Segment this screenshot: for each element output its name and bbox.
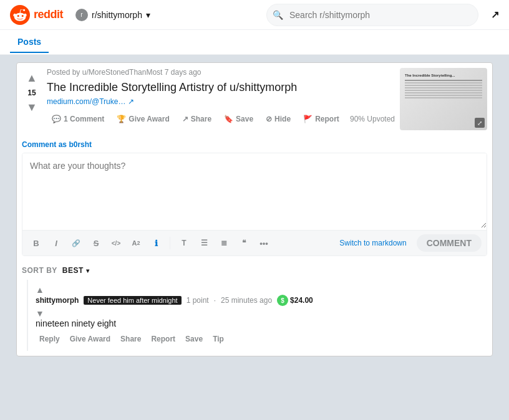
comment-as-label: Comment as b0rsht (22, 140, 487, 149)
tab-posts[interactable]: Posts (10, 32, 49, 53)
comment-author: shittymorph (36, 296, 79, 305)
more-button[interactable]: ••• (255, 234, 273, 252)
post-link[interactable]: medium.com/@Truke… ↗ (47, 97, 395, 106)
code-button[interactable]: </> (107, 234, 125, 252)
give-award-button[interactable]: 🏆 Give Award (112, 111, 174, 127)
upvote-pct: 90% Upvoted (350, 115, 395, 123)
comment-section: Comment as b0rsht B I 🔗 S </> A2 ℹ T ☰ ≣… (22, 140, 487, 256)
comment-downvote-row: ▼ (36, 308, 487, 318)
comment-time: 25 minutes ago (221, 296, 272, 305)
superscript-button[interactable]: A2 (127, 234, 145, 252)
comment-username: b0rsht (69, 140, 92, 149)
subreddit-icon: r (75, 9, 88, 21)
toolbar-separator (170, 237, 170, 249)
post-inner: ▲ 15 ▼ Posted by u/MoreStonedThanMost 7 … (22, 68, 487, 130)
save-button[interactable]: 🔖 Save (219, 111, 258, 127)
comment-actions: Reply Give Award Share Report Save Tip (36, 332, 487, 346)
comment-toolbar: B I 🔗 S </> A2 ℹ T ☰ ≣ ❝ ••• Switch to m… (22, 230, 487, 255)
comment-textarea[interactable] (22, 153, 487, 228)
blockquote-button[interactable]: ❝ (235, 234, 253, 252)
report-icon: 🚩 (303, 115, 313, 123)
comment-give-award-button[interactable]: Give Award (66, 332, 114, 346)
sort-select[interactable]: BEST ▾ (62, 266, 90, 275)
comment-flair: Never feed him after midnight (84, 296, 181, 305)
chevron-down-icon: ▾ (146, 10, 150, 20)
post-link-text: medium.com/@Truke… (47, 97, 125, 106)
thumbnail-preview: The Incredible Storytelling... (400, 68, 487, 130)
external-link-icon: ↗ (128, 97, 134, 106)
report-label: Report (315, 115, 339, 123)
dot-separator: · (214, 296, 216, 305)
vote-column: ▲ 15 ▼ (22, 68, 42, 130)
heading-button[interactable]: T (175, 234, 193, 252)
post-body: Posted by u/MoreStonedThanMost 7 days ag… (47, 68, 395, 130)
comment-body: nineteen ninety eight (36, 318, 487, 328)
subreddit-name: r/shittymorph (92, 10, 142, 20)
comment-points: 1 point (187, 296, 209, 305)
link-button[interactable]: 🔗 (67, 234, 85, 252)
comment-share-button[interactable]: Share (117, 332, 145, 346)
post-meta: Posted by u/MoreStonedThanMost 7 days ag… (47, 68, 395, 77)
reddit-logo-link[interactable]: reddit (10, 5, 63, 25)
strikethrough-button[interactable]: S (87, 234, 105, 252)
award-amount: $24.00 (290, 296, 313, 305)
ordered-list-button[interactable]: ≣ (215, 234, 233, 252)
save-label: Save (236, 115, 253, 123)
award-coin-icon: $ (277, 295, 288, 306)
hide-button[interactable]: ⊘ Hide (261, 111, 296, 127)
sort-label: SORT BY (22, 266, 57, 275)
sort-chevron-icon: ▾ (86, 267, 90, 274)
comment-list: ▲ shittymorph Never feed him after midni… (22, 280, 487, 351)
comment-icon: 💬 (52, 115, 61, 123)
bold-button[interactable]: B (27, 234, 45, 252)
post-title: The Incredible Storytelling Artistry of … (47, 80, 395, 95)
unordered-list-button[interactable]: ☰ (195, 234, 213, 252)
post-card: ▲ 15 ▼ Posted by u/MoreStonedThanMost 7 … (16, 62, 493, 356)
upvote-button[interactable]: ▲ (25, 70, 39, 86)
comment-downvote-button[interactable]: ▼ (36, 308, 44, 318)
vote-count: 15 (27, 88, 36, 97)
reddit-icon (10, 5, 30, 25)
comment-report-button[interactable]: Report (147, 332, 179, 346)
comment-submit-button[interactable]: COMMENT (417, 234, 482, 252)
comment-vote-row: ▲ (36, 285, 487, 295)
comment-box: B I 🔗 S </> A2 ℹ T ☰ ≣ ❝ ••• Switch to m… (22, 153, 487, 256)
subreddit-selector[interactable]: r r/shittymorph ▾ (70, 6, 155, 24)
search-icon: 🔍 (273, 10, 283, 20)
thumbnail-expand-icon[interactable]: ⤢ (475, 118, 485, 128)
reddit-wordmark: reddit (34, 8, 63, 21)
hide-label: Hide (274, 115, 291, 123)
trending-icon[interactable]: ↗ (491, 9, 499, 21)
comment-label: 1 Comment (64, 115, 104, 123)
info-button[interactable]: ℹ (147, 234, 165, 252)
search-bar: 🔍 (266, 4, 478, 26)
comment-award: $ $24.00 (277, 295, 313, 306)
share-button[interactable]: ↗ Share (177, 111, 216, 127)
share-icon: ↗ (182, 115, 188, 123)
post-thumbnail: The Incredible Storytelling... ⤢ (400, 68, 487, 130)
header: reddit r r/shittymorph ▾ 🔍 ↗ (0, 0, 509, 30)
search-input[interactable] (266, 4, 478, 26)
comment-item: ▲ shittymorph Never feed him after midni… (27, 280, 487, 351)
markdown-toggle[interactable]: Switch to markdown (339, 239, 406, 247)
give-award-label: Give Award (128, 115, 169, 123)
save-icon: 🔖 (224, 115, 233, 123)
comment-header: shittymorph Never feed him after midnigh… (36, 295, 487, 306)
comment-upvote-button[interactable]: ▲ (36, 285, 44, 295)
sort-bar: SORT BY BEST ▾ (22, 266, 487, 275)
main-content: ▲ 15 ▼ Posted by u/MoreStonedThanMost 7 … (11, 62, 498, 356)
sort-value: BEST (62, 266, 84, 275)
reply-button[interactable]: Reply (36, 332, 64, 346)
share-label: Share (191, 115, 211, 123)
award-icon: 🏆 (117, 115, 126, 123)
nav-tabs: Posts (0, 30, 509, 55)
italic-button[interactable]: I (47, 234, 65, 252)
downvote-button[interactable]: ▼ (25, 100, 39, 115)
comment-tip-button[interactable]: Tip (209, 332, 228, 346)
report-button[interactable]: 🚩 Report (298, 111, 344, 127)
comment-save-button[interactable]: Save (182, 332, 206, 346)
comment-button[interactable]: 💬 1 Comment (47, 111, 109, 127)
hide-icon: ⊘ (266, 115, 272, 123)
action-bar: 💬 1 Comment 🏆 Give Award ↗ Share 🔖 Save (47, 111, 395, 127)
